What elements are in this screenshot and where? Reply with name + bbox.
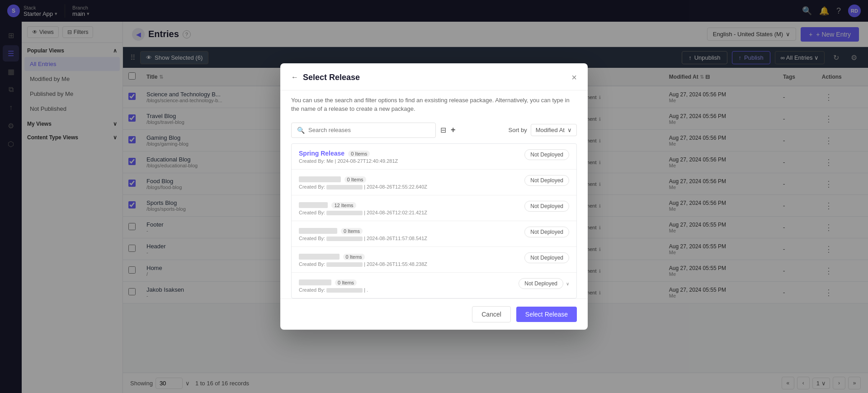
release-item[interactable]: Spring Release0 Items Created By: Me | 2… <box>292 144 576 170</box>
not-deployed-badge: Not Deployed <box>524 252 569 263</box>
not-deployed-badge: Not Deployed <box>524 201 569 212</box>
release-item[interactable]: 12 Items Created By: | 2024-08-26T12:02:… <box>292 195 576 221</box>
sort-select[interactable]: Modified At ∨ <box>531 124 577 136</box>
release-search-box[interactable]: 🔍 <box>291 123 436 138</box>
release-status-area: Not Deployed <box>524 175 569 186</box>
release-name-blurred <box>299 279 331 285</box>
release-meta: Created By: | 2024-08-26T12:02:21.421Z <box>299 210 524 215</box>
release-items-badge: 0 Items <box>341 228 363 234</box>
modal-header: ← Select Release × <box>280 63 588 90</box>
release-expand-icon[interactable]: ∨ <box>566 281 569 286</box>
release-items-badge: 0 Items <box>343 254 365 260</box>
modal-title: Select Release <box>303 73 360 82</box>
release-name-blurred <box>299 202 328 208</box>
release-status-area: Not Deployed <box>524 227 569 237</box>
not-deployed-badge: Not Deployed <box>524 149 569 160</box>
release-item-content: Spring Release0 Items Created By: Me | 2… <box>299 149 524 164</box>
release-item-content: 0 Items Created By: | 2024-08-26T12:55:2… <box>299 175 524 189</box>
release-items-badge: 0 Items <box>344 176 366 183</box>
select-release-button[interactable]: Select Release <box>516 307 577 322</box>
release-items-badge: 0 Items <box>348 151 370 157</box>
release-status-area: Not Deployed <box>524 252 569 263</box>
release-item[interactable]: 0 Items Created By: | . Not Deployed ∨ <box>292 273 576 298</box>
release-item-content: 0 Items Created By: | 2024-08-26T11:55:4… <box>299 252 524 267</box>
release-meta: Created By: | 2024-08-26T11:57:08.541Z <box>299 236 524 241</box>
release-items-badge: 0 Items <box>335 279 357 286</box>
release-item[interactable]: 0 Items Created By: | 2024-08-26T11:55:4… <box>292 247 576 273</box>
select-release-modal: ← Select Release × You can use the searc… <box>280 63 588 330</box>
release-items-badge: 12 Items <box>331 202 356 208</box>
release-search-input[interactable] <box>308 127 430 133</box>
modal-footer: Cancel Select Release <box>280 298 588 330</box>
modal-header-left: ← Select Release <box>291 73 360 82</box>
release-item-content: 0 Items Created By: | . <box>299 278 519 293</box>
release-name-blurred <box>299 176 341 182</box>
release-name-blurred <box>299 254 340 260</box>
sort-area: Sort by Modified At ∨ <box>508 124 577 136</box>
release-item-content: 0 Items Created By: | 2024-08-26T11:57:0… <box>299 227 524 241</box>
release-item[interactable]: 0 Items Created By: | 2024-08-26T12:55:2… <box>292 170 576 195</box>
release-list[interactable]: Spring Release0 Items Created By: Me | 2… <box>291 143 577 298</box>
release-add-icon[interactable]: + <box>451 125 456 135</box>
release-meta: Created By: | 2024-08-26T12:55:22.640Z <box>299 184 524 189</box>
not-deployed-badge: Not Deployed <box>524 175 569 186</box>
release-meta: Created By: | 2024-08-26T11:55:48.238Z <box>299 261 524 267</box>
not-deployed-badge: Not Deployed <box>519 278 563 289</box>
sort-by-label: Sort by <box>508 127 527 133</box>
search-icon-modal: 🔍 <box>297 127 305 134</box>
not-deployed-badge: Not Deployed <box>524 227 569 237</box>
modal-back-icon[interactable]: ← <box>291 73 298 81</box>
modal-search-area: 🔍 ⊟ + Sort by Modified At ∨ <box>280 119 588 143</box>
release-meta: Created By: Me | 2024-08-27T12:40:49.281… <box>299 158 524 164</box>
release-status-area: Not Deployed <box>524 201 569 212</box>
release-name-blurred <box>299 228 337 234</box>
release-filter-icon[interactable]: ⊟ <box>440 126 446 134</box>
release-item[interactable]: 0 Items Created By: | 2024-08-26T11:57:0… <box>292 221 576 247</box>
release-name: Spring Release <box>299 150 344 157</box>
release-status-area: Not Deployed <box>524 149 569 160</box>
modal-overlay[interactable]: ← Select Release × You can use the searc… <box>0 0 868 393</box>
sort-option-label: Modified At <box>536 127 565 133</box>
modal-close-button[interactable]: × <box>571 72 577 83</box>
release-meta: Created By: | . <box>299 287 519 293</box>
release-status-area: Not Deployed ∨ <box>519 278 569 289</box>
modal-description: You can use the search and filter option… <box>280 90 588 119</box>
sort-chevron-icon: ∨ <box>567 127 572 133</box>
cancel-button[interactable]: Cancel <box>472 306 511 322</box>
release-item-content: 12 Items Created By: | 2024-08-26T12:02:… <box>299 201 524 215</box>
